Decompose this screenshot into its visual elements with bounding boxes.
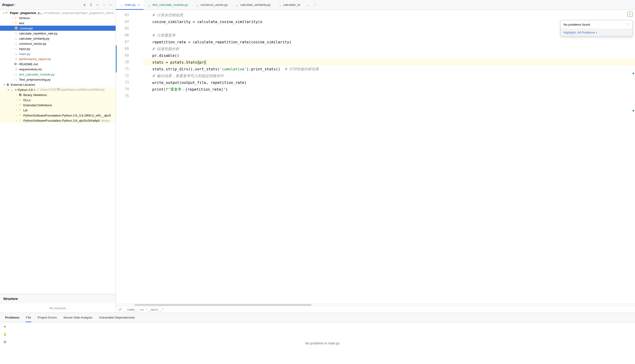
editor-tab[interactable]: calculate_similarity.py xyxy=(232,0,274,10)
chevron-down-icon[interactable]: ▾ xyxy=(6,88,10,91)
project-tree[interactable]: ▾ Paper_plagiarism_check D:\software_eng… xyxy=(0,10,116,294)
tree-item[interactable]: ·?.coverage xyxy=(0,26,116,31)
inspection-ok-badge[interactable]: ✓ xyxy=(628,12,633,17)
tree-item[interactable]: ›Lib xyxy=(0,108,116,113)
eye-icon[interactable]: 👁 xyxy=(2,324,8,329)
code-line[interactable]: write_output(output_file, repetition_rat… xyxy=(143,79,635,86)
txt-icon xyxy=(14,57,18,61)
folder-icon xyxy=(18,118,22,122)
line-number: 66 xyxy=(116,32,134,39)
tabs-menu[interactable]: ⋮ xyxy=(311,0,319,10)
bottom-tab[interactable]: Server-Side Analysis xyxy=(60,313,96,322)
code-line[interactable] xyxy=(143,93,635,100)
txt-icon xyxy=(14,67,18,71)
tabs-dropdown[interactable]: ⌄ xyxy=(304,0,311,10)
tree-item[interactable]: ·test_calculate_module.py xyxy=(0,72,116,77)
minimize-icon[interactable]: — xyxy=(108,2,113,8)
bottom-tab[interactable]: Project Errors xyxy=(34,313,60,322)
line-number: 71 xyxy=(116,66,134,72)
py-icon xyxy=(14,31,18,36)
editor-tab[interactable]: main.py✕ xyxy=(116,0,144,10)
code-area[interactable]: # 计算余弦相似度 cosine_similarity = calculate_… xyxy=(134,10,635,304)
line-number: 73 xyxy=(116,79,134,86)
more-icon[interactable]: ⋮ xyxy=(101,2,107,8)
tree-item[interactable]: ·performance_report.txt xyxy=(0,56,116,62)
chevron-down-icon[interactable]: ▾ xyxy=(2,12,5,14)
expand-icon[interactable]: ⇅ xyxy=(88,2,94,8)
chevron-right-icon[interactable]: › xyxy=(15,99,18,101)
chevron-right-icon[interactable]: › xyxy=(15,109,18,112)
tree-item[interactable]: ·Text_preprocessing.py xyxy=(0,77,116,82)
tree-item-label: Extended Definitions xyxy=(23,104,52,107)
project-root[interactable]: ▾ Paper_plagiarism_check D:\software_eng… xyxy=(0,10,116,16)
structure-panel: Structure No structure xyxy=(0,294,116,313)
python-icon xyxy=(235,3,239,7)
editor-area: main.py✕test_calculate_module.pyconstruc… xyxy=(116,0,635,313)
tree-item[interactable]: ›test xyxy=(0,20,116,26)
python-sdk-path: C:\Users\方尔博\AppData\Local\Microsoft\Win… xyxy=(37,88,105,92)
highlight-dropdown[interactable]: Highlight: All Problems ▾ xyxy=(561,29,632,36)
code-line[interactable]: # 计算余弦相似度 xyxy=(143,12,635,18)
code-line[interactable]: print(f"重复率：{repetition_rate}") xyxy=(143,86,635,93)
chevron-right-icon[interactable]: › xyxy=(11,22,14,24)
chevron-down-icon: ▾ xyxy=(596,31,597,34)
breadcrumb[interactable]: if __name__ == "__main__" xyxy=(116,306,635,313)
editor[interactable]: 63646566676869707172737475 # 计算余弦相似度 cos… xyxy=(116,10,635,304)
chevron-right-icon[interactable]: › xyxy=(15,104,18,106)
python-sdk[interactable]: ▾ < Python 3.8 > C:\Users\方尔博\AppData\Lo… xyxy=(0,87,116,92)
editor-tab[interactable]: calculate_re xyxy=(274,0,304,10)
tree-item[interactable]: ·M↓README.md xyxy=(0,62,116,67)
code-line[interactable]: stats = pstats.Stats(pr) xyxy=(143,59,635,66)
code-line[interactable]: # 输出结果，将重复率写入到指定的路径中 xyxy=(143,72,635,79)
tree-item[interactable]: ·requirements.txt xyxy=(0,67,116,72)
close-icon[interactable]: ✕ xyxy=(138,3,140,6)
markdown-icon: M↓ xyxy=(14,62,18,66)
tree-item-label: README.md xyxy=(19,62,38,66)
editor-tab[interactable]: construct_vector.py xyxy=(192,0,232,10)
bulb-icon[interactable]: 💡 xyxy=(2,332,8,337)
tree-item-label: PythonSoftwareFoundation.Python.3.8_3.8.… xyxy=(23,114,111,117)
tree-item[interactable]: ›DLLs xyxy=(0,98,116,102)
chevron-right-icon[interactable]: › xyxy=(15,114,18,117)
line-number: 75 xyxy=(116,93,134,100)
tree-item-label: Binary Skeletons xyxy=(23,93,47,97)
tree-item[interactable]: ·input.py xyxy=(0,46,116,51)
tree-item[interactable]: ›Extended Definitions xyxy=(0,102,116,108)
tree-item-label: construct_vector.py xyxy=(19,42,46,46)
bottom-tab[interactable]: File xyxy=(23,313,34,322)
chevron-down-icon[interactable]: ▾ xyxy=(2,84,6,86)
tree-item[interactable]: ›htmlcov xyxy=(0,16,116,20)
tree-item[interactable]: ·construct_vector.py xyxy=(0,41,116,46)
more-icon[interactable]: ⋮ xyxy=(626,22,630,26)
code-line[interactable]: pr.disable() xyxy=(143,52,635,59)
chevron-right-icon[interactable]: › xyxy=(15,94,18,96)
tree-item[interactable]: ›PythonSoftwareFoundation.Python.3.8_3.8… xyxy=(0,113,116,118)
external-libraries[interactable]: ▾ External Libraries xyxy=(0,82,116,87)
chevron-right-icon[interactable]: › xyxy=(11,17,14,19)
scrollbar-thumb[interactable] xyxy=(134,304,312,306)
chevron-down-icon[interactable]: ▾ xyxy=(14,4,16,6)
locate-icon[interactable]: ⊕ xyxy=(82,2,87,8)
bottom-tab[interactable]: Problems xyxy=(2,313,23,322)
tree-item[interactable]: ·main.py xyxy=(0,51,116,56)
collapse-icon[interactable]: ⤡ xyxy=(94,2,100,8)
tree-item[interactable]: ›Binary Skeletons xyxy=(0,92,116,98)
code-line[interactable]: stats.strip_dirs().sort_stats('cumulativ… xyxy=(143,66,635,72)
py-icon xyxy=(14,72,18,76)
bottom-toolbar: 👁 💡 ▤ xyxy=(0,322,10,364)
project-panel-title[interactable]: Project xyxy=(2,3,13,7)
tree-item-label: input.py xyxy=(19,47,30,50)
structure-panel-title[interactable]: Structure xyxy=(0,294,116,304)
page-icon[interactable]: ▤ xyxy=(2,339,8,344)
tree-item[interactable]: ›PythonSoftwareFoundation.Python.3.8_qbz… xyxy=(0,118,116,123)
bottom-tab[interactable]: Vulnerable Dependencies xyxy=(96,313,138,322)
code-line[interactable]: # 结束性能分析 xyxy=(143,46,635,52)
editor-tab[interactable]: test_calculate_module.py xyxy=(144,0,192,10)
line-number: 72 xyxy=(116,72,134,79)
folder-icon xyxy=(18,113,22,118)
code-line[interactable]: repetition_rate = calculate_repetition_r… xyxy=(143,39,635,46)
chevron-right-icon[interactable]: › xyxy=(15,119,18,122)
tree-item[interactable]: ·calculate_similarity.py xyxy=(0,36,116,41)
tree-item[interactable]: ·calculate_repetition_rate.py xyxy=(0,31,116,36)
horizontal-scrollbar[interactable] xyxy=(116,304,635,306)
